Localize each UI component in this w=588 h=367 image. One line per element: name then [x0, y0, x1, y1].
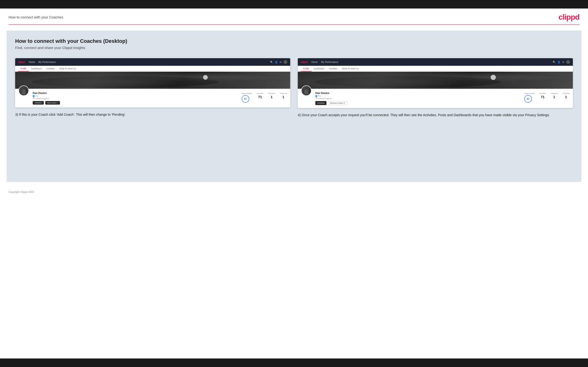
footer: Copyright Clippd 2022	[0, 188, 588, 196]
mock-stats-left: Player Quality 97 Activities 71 Follower…	[242, 91, 287, 103]
mock-profile-info-left: Dan Davies Pro 📍 United Kingdom Unfollow…	[33, 91, 60, 105]
stat-following-left: Following 1	[280, 92, 287, 99]
screenshot-right: clippd Home My Performance 🔍 👤 ⚙ Profile	[298, 58, 573, 108]
mock-tab-profile-left[interactable]: Profile	[18, 66, 29, 71]
mock-avatar-wrapper-right	[301, 85, 311, 96]
header: How to connect with your Coaches clippd	[0, 8, 588, 24]
user-icon-right: 👤	[557, 61, 560, 63]
settings-icon-right: ⚙	[562, 61, 564, 63]
user-icon-left: 👤	[275, 61, 278, 63]
mock-tabs-left: Profile Dashboard Activities What To Wor…	[15, 66, 290, 72]
quality-circle-left: 97	[242, 95, 249, 103]
stat-quality-label-right: Player Quality	[524, 92, 535, 94]
stat-activities-right: Activities 71	[539, 92, 546, 99]
search-icon-left: 🔍	[270, 61, 273, 63]
mock-tab-activities-right[interactable]: Activities	[327, 66, 340, 71]
mock-tab-dashboard-left[interactable]: Dashboard	[29, 66, 44, 71]
right-column: clippd Home My Performance 🔍 👤 ⚙ Profile	[298, 58, 573, 118]
mock-tab-whattowork-right[interactable]: What To Work On	[340, 66, 361, 71]
copyright-text: Copyright Clippd 2022	[9, 191, 34, 193]
mock-profile-badge-right: Pro	[315, 95, 347, 97]
quality-circle-right: 97	[524, 95, 532, 103]
badge-text-left: Pro	[35, 95, 38, 97]
mock-avatar-wrapper-left	[18, 85, 29, 96]
stat-following-value-left: 1	[280, 95, 287, 99]
badge-text-right: Pro	[318, 95, 321, 97]
unfollow-button-left[interactable]: Unfollow	[33, 101, 44, 105]
profile-actions-right: Unfollow Remove Coach ✕	[315, 101, 347, 105]
top-bar	[0, 0, 588, 8]
mock-profile-info-right: Dan Davies Pro 📍 United Kingdom Unfollow…	[315, 91, 347, 105]
caption-left: 3) If this is your Coach click 'Add Coac…	[15, 112, 290, 117]
add-coach-button-left[interactable]: Add Coach +	[45, 101, 60, 105]
stat-followers-label-left: Followers	[268, 92, 275, 94]
settings-icon-left: ⚙	[280, 61, 282, 63]
stat-activities-label-left: Activities	[257, 92, 263, 94]
stat-activities-value-left: 71	[257, 95, 263, 99]
columns-container: clippd Home My Performance 🔍 👤 ⚙ Profile	[15, 58, 573, 118]
stat-activities-label-right: Activities	[539, 92, 546, 94]
mock-stats-right: Player Quality 97 Activities 71 Follower…	[524, 91, 570, 103]
mock-nav-links-left: Home My Performance	[29, 61, 266, 63]
mock-nav-home-left: Home	[29, 61, 35, 63]
mock-hero-left	[15, 72, 290, 89]
left-column: clippd Home My Performance 🔍 👤 ⚙ Profile	[15, 58, 290, 117]
stat-followers-left: Followers 1	[268, 92, 275, 99]
stat-following-right: Following 1	[562, 92, 570, 99]
stat-activities-value-right: 71	[539, 95, 546, 99]
badge-dot-left	[33, 95, 35, 97]
main-heading: How to connect with your Coaches (Deskto…	[15, 38, 573, 44]
mock-tab-activities-left[interactable]: Activities	[44, 66, 57, 71]
mock-nav-icons-right: 🔍 👤 ⚙	[553, 60, 570, 64]
globe-icon-right	[566, 60, 570, 64]
screenshot-left: clippd Home My Performance 🔍 👤 ⚙ Profile	[15, 58, 290, 108]
mock-profile-badge-left: Pro	[33, 95, 60, 97]
mock-nav-myperformance-left: My Performance	[38, 61, 56, 63]
mock-logo-left: clippd	[18, 61, 25, 63]
moon-shape-right	[491, 75, 496, 80]
mock-tabs-right: Profile Dashboard Activities What To Wor…	[298, 66, 573, 72]
remove-coach-button-right[interactable]: Remove Coach ✕	[328, 101, 347, 105]
stat-followers-value-right: 1	[551, 95, 558, 99]
page-title: How to connect with your Coaches	[9, 15, 63, 19]
mock-profile-section-right: Dan Davies Pro 📍 United Kingdom Unfollow…	[298, 89, 573, 108]
location-right: 📍 United Kingdom	[315, 98, 347, 100]
profile-actions-left: Unfollow Add Coach +	[33, 101, 60, 105]
clippd-logo: clippd	[559, 13, 579, 22]
mock-nav-icons-left: 🔍 👤 ⚙	[270, 60, 287, 64]
unfollow-button-right[interactable]: Unfollow	[315, 101, 327, 105]
mock-nav-left: clippd Home My Performance 🔍 👤 ⚙	[15, 58, 290, 66]
stat-following-value-right: 1	[562, 95, 570, 99]
header-divider	[9, 24, 579, 25]
avatar-figure-left	[22, 89, 26, 94]
mock-tab-profile-right[interactable]: Profile	[301, 66, 311, 71]
bottom-bar	[0, 359, 588, 367]
mock-hero-overlay-left	[15, 72, 290, 89]
stat-followers-label-right: Followers	[551, 92, 558, 94]
mock-logo-right: clippd	[301, 61, 308, 63]
mock-nav-right: clippd Home My Performance 🔍 👤 ⚙	[298, 58, 573, 66]
mock-nav-links-right: Home My Performance	[311, 61, 549, 63]
stat-quality-label-left: Player Quality	[242, 92, 252, 94]
stat-followers-value-left: 1	[268, 95, 275, 99]
mock-hero-right	[298, 72, 573, 89]
profile-name-right: Dan Davies	[315, 92, 347, 94]
globe-icon-left	[284, 60, 287, 64]
mock-profile-section-left: Dan Davies Pro 📍 United Kingdom Unfollow…	[15, 89, 290, 108]
avatar-right	[301, 85, 311, 96]
stat-following-label-left: Following	[280, 92, 287, 94]
stat-activities-left: Activities 71	[257, 92, 263, 99]
location-left: 📍 United Kingdom	[33, 98, 60, 100]
search-icon-right: 🔍	[553, 61, 555, 63]
stat-quality-left: Player Quality 97	[242, 92, 252, 103]
mock-nav-home-right: Home	[311, 61, 318, 63]
moon-shape-left	[203, 75, 208, 80]
avatar-figure-right	[304, 89, 308, 94]
mock-tab-dashboard-right[interactable]: Dashboard	[311, 66, 327, 71]
caption-right: 4) Once your Coach accepts your request …	[298, 113, 573, 118]
mock-hero-overlay-right	[298, 72, 573, 89]
plus-icon-left: +	[57, 102, 58, 104]
mock-tab-whattowork-left[interactable]: What To Work On	[57, 66, 79, 71]
avatar-left	[18, 85, 29, 96]
stat-quality-right: Player Quality 97	[524, 92, 535, 103]
